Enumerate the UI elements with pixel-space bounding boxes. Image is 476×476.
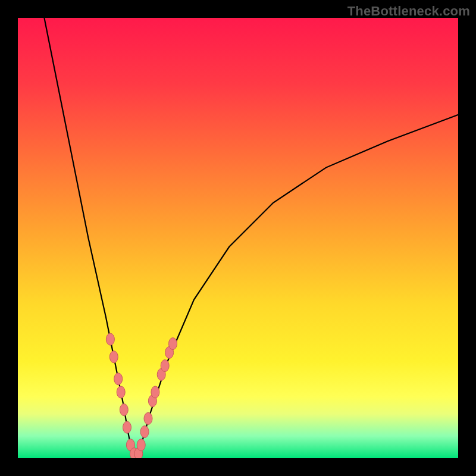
curve-marker xyxy=(109,351,118,363)
curve-marker xyxy=(106,333,114,345)
curve-marker xyxy=(123,421,131,433)
curve-marker xyxy=(114,373,123,385)
bottleneck-curve xyxy=(44,18,458,454)
plot-area xyxy=(18,18,458,458)
curve-marker xyxy=(169,338,177,350)
curve-marker xyxy=(144,412,152,424)
curve-marker xyxy=(137,439,145,451)
curve-marker xyxy=(151,386,159,398)
curve-marker xyxy=(120,404,128,416)
curve-marker xyxy=(117,386,125,398)
curve-marker xyxy=(140,426,149,438)
curve-svg xyxy=(18,18,458,458)
curve-marker xyxy=(161,360,169,372)
marker-group xyxy=(106,333,177,458)
watermark-text: TheBottleneck.com xyxy=(347,4,470,19)
chart-frame: TheBottleneck.com xyxy=(0,0,476,476)
